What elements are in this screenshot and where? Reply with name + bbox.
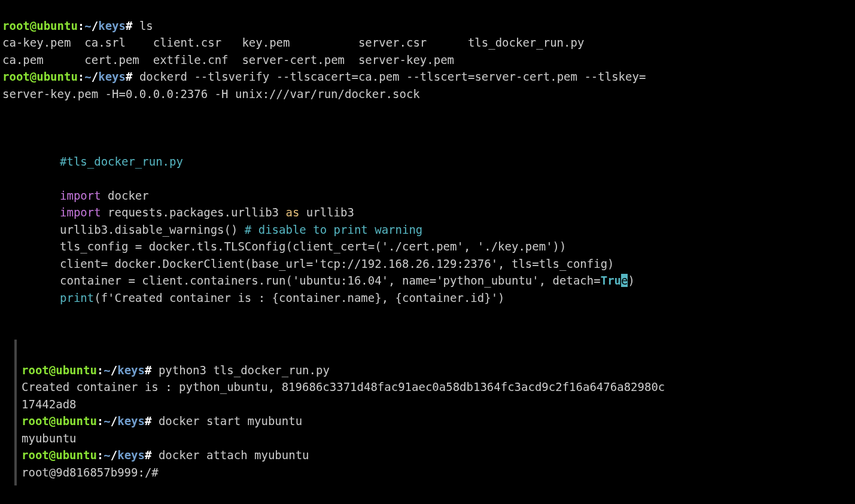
prompt-hash: # — [145, 364, 151, 377]
prompt-sep: : — [97, 364, 104, 377]
prompt-tilde: ~ — [104, 448, 110, 462]
cmd-docker-attach: docker attach myubuntu — [159, 448, 309, 462]
prompt-slash: / — [111, 364, 117, 377]
prompt-user: root@ubuntu — [2, 19, 78, 32]
kw-import: import — [60, 206, 101, 219]
code-comment: # disable to print warning — [245, 223, 422, 236]
file: ca.srl — [84, 36, 126, 49]
file: client.csr — [153, 36, 221, 49]
terminal-block-2[interactable]: root@ubuntu:~/keys# python3 tls_docker_r… — [14, 340, 855, 485]
cursor: e — [621, 274, 628, 287]
kw-as: as — [286, 206, 300, 219]
kw-true: Tru — [601, 274, 621, 287]
file: server.csr — [358, 36, 427, 49]
code-text: urllib3.disable_warnings() — [60, 223, 245, 236]
file: ca.pem — [2, 53, 44, 66]
output-line: 17442ad8 — [22, 398, 77, 411]
terminal-block-1[interactable]: root@ubuntu:~/keys# ls ca-key.pem ca.srl… — [0, 0, 855, 102]
file: tls_docker_run.py — [468, 36, 584, 49]
prompt-tilde: ~ — [104, 364, 110, 377]
code-text: (f'Created container is : {container.nam… — [94, 291, 504, 304]
output-line: myubuntu — [22, 432, 77, 445]
cmd-docker-start: docker start myubuntu — [159, 414, 302, 427]
code-text: requests.packages.urllib3 — [101, 206, 286, 219]
kw-print: print — [60, 291, 94, 304]
prompt-user: root@ubuntu — [2, 70, 78, 83]
file: key.pem — [242, 36, 290, 49]
prompt-dir: keys — [117, 364, 145, 377]
code-text: docker — [101, 189, 149, 202]
prompt-dir: keys — [98, 19, 126, 32]
cmd-ls: ls — [139, 19, 153, 32]
prompt-sep: : — [97, 414, 104, 427]
prompt-user: root@ubuntu — [22, 448, 97, 462]
prompt-tilde: ~ — [104, 414, 110, 427]
cmd-dockerd-line1: dockerd --tlsverify --tlscacert=ca.pem -… — [139, 70, 646, 83]
prompt-sep: : — [78, 19, 84, 32]
file: cert.pem — [84, 53, 139, 66]
file: ca-key.pem — [2, 36, 71, 49]
prompt-sep: : — [97, 448, 104, 462]
cmd-dockerd-line2: server-key.pem -H=0.0.0.0:2376 -H unix:/… — [2, 87, 420, 100]
code-text: ) — [628, 274, 634, 287]
file: extfile.cnf — [153, 53, 229, 66]
prompt-user: root@ubuntu — [22, 414, 97, 427]
prompt-dir: keys — [98, 70, 126, 83]
prompt-sep: : — [78, 70, 84, 83]
prompt-hash: # — [145, 414, 151, 427]
code-text: client= docker.DockerClient(base_url='tc… — [60, 257, 614, 270]
prompt-slash: / — [92, 70, 98, 83]
code-comment-filename: #tls_docker_run.py — [60, 155, 183, 168]
prompt-tilde: ~ — [84, 70, 91, 83]
code-text: urllib3 — [299, 206, 354, 219]
prompt-hash: # — [126, 70, 132, 83]
prompt-dir: keys — [117, 414, 145, 427]
kw-import: import — [60, 189, 101, 202]
file: server-cert.pem — [242, 53, 345, 66]
file: server-key.pem — [358, 53, 454, 66]
code-text: tls_config = docker.tls.TLSConfig(client… — [60, 240, 566, 253]
prompt-hash: # — [145, 448, 151, 462]
prompt-user: root@ubuntu — [22, 364, 97, 377]
output-line: root@9d816857b999:/# — [22, 466, 159, 479]
prompt-dir: keys — [117, 448, 145, 462]
prompt-slash: / — [111, 448, 117, 462]
code-text: container = client.containers.run('ubunt… — [60, 274, 601, 287]
output-line: Created container is : python_ubuntu, 81… — [22, 380, 665, 393]
code-block: #tls_docker_run.py import docker import … — [0, 136, 855, 306]
prompt-tilde: ~ — [84, 19, 91, 32]
prompt-slash: / — [111, 414, 117, 427]
prompt-hash: # — [126, 19, 132, 32]
cmd-python: python3 tls_docker_run.py — [159, 364, 330, 377]
prompt-slash: / — [92, 19, 98, 32]
